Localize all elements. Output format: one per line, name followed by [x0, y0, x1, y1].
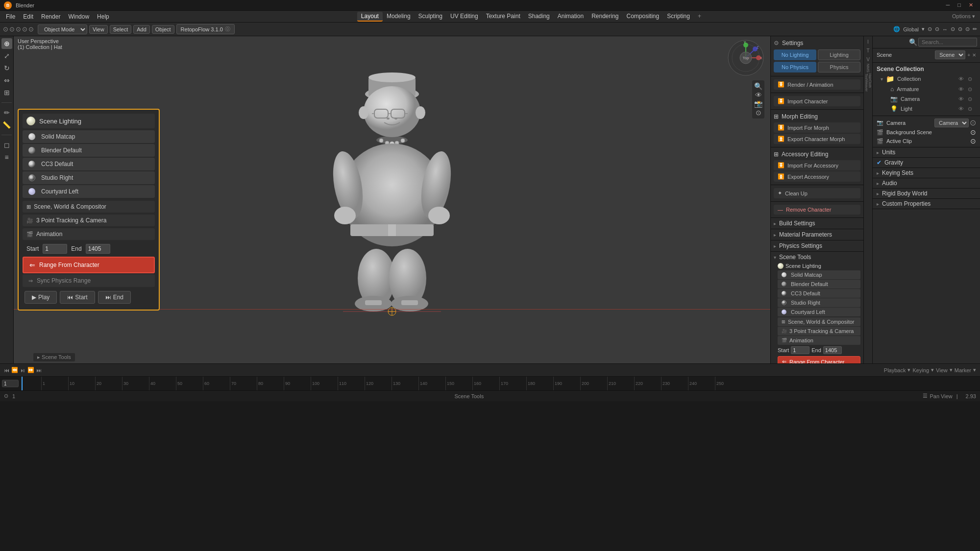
end-playback-btn[interactable]: ⏭ End — [98, 291, 131, 304]
cc3-default-btn[interactable]: CC3 Default — [23, 158, 155, 170]
blender-default-btn[interactable]: Blender Default — [23, 144, 155, 157]
import-character-btn[interactable]: ⏬ Import Character — [774, 96, 860, 106]
animation-header[interactable]: 🎬 Animation — [23, 228, 155, 240]
tab-add[interactable]: + — [694, 12, 705, 22]
camera-select[interactable]: Camera — [934, 119, 969, 127]
tab-scripting[interactable]: Scripting — [663, 12, 694, 22]
no-physics-btn[interactable]: No Physics — [774, 62, 816, 72]
menu-help[interactable]: Help — [93, 12, 113, 21]
lighting-btn[interactable]: Lighting — [818, 49, 860, 60]
annotate-tool[interactable]: ✏ — [1, 107, 12, 118]
extra-tool[interactable]: ≡ — [1, 152, 12, 163]
scene-lighting-header[interactable]: Scene Lighting — [23, 114, 155, 128]
tab-sculpting[interactable]: Sculpting — [415, 12, 446, 22]
cc3-default-small-btn[interactable]: CC3 Default — [778, 289, 860, 298]
tab-modeling[interactable]: Modeling — [383, 12, 415, 22]
minimize-btn[interactable]: ─ — [943, 2, 953, 8]
properties-search[interactable] — [918, 38, 977, 47]
collection-root[interactable]: ▾ 📁 Collection 👁 ⊙ — [881, 73, 976, 84]
play-btn[interactable]: ▶ Play — [24, 291, 57, 304]
blender-default-small-btn[interactable]: Blender Default — [778, 280, 860, 288]
start-playback-btn[interactable]: ⏮ Start — [60, 291, 95, 304]
menu-edit[interactable]: Edit — [19, 12, 37, 21]
import-for-accessory-btn[interactable]: ⏬ Import For Accessory — [774, 160, 860, 170]
three-point-header[interactable]: 🎥 3 Point Tracking & Camera — [23, 215, 155, 226]
object-menu[interactable]: Object — [152, 25, 174, 34]
animation-small-btn[interactable]: 🎬 Animation — [778, 336, 860, 345]
start-frame-input[interactable] — [43, 244, 67, 254]
measure-tool[interactable]: 📏 — [1, 120, 12, 130]
import-for-morph-btn[interactable]: ⏬ Import For Morph — [774, 122, 860, 133]
build-settings-expand[interactable]: ▸ Build Settings — [774, 220, 860, 227]
collection-camera[interactable]: 📷 Camera 👁 ⊙ — [881, 94, 976, 104]
close-btn[interactable]: ✕ — [966, 2, 976, 8]
tab-compositing[interactable]: Compositing — [623, 12, 663, 22]
add-cube-tool[interactable]: ◻ — [1, 140, 12, 150]
cloth-weaver-icon[interactable]: Cloth Weaver — [865, 82, 872, 89]
object-mode-select[interactable]: Object Mode — [38, 24, 87, 34]
solid-matcap-small-btn[interactable]: Solid Matcap — [778, 270, 860, 279]
scene-world-header[interactable]: ⊞ Scene, World & Compositor — [23, 201, 155, 213]
remove-character-btn[interactable]: — Remove Character — [774, 205, 860, 215]
view-icon[interactable]: V — [865, 56, 872, 63]
export-character-morph-btn[interactable]: ⏫ Export Character Morph — [774, 134, 860, 144]
item-icon[interactable]: I — [865, 38, 872, 45]
tab-uv-editing[interactable]: UV Editing — [446, 12, 482, 22]
nms-icon[interactable]: NMS — [865, 65, 872, 72]
move-tool[interactable]: ⤢ — [1, 50, 12, 61]
hair-tool-icon[interactable]: Hair Tool — [865, 73, 872, 80]
keying-sets-expand[interactable]: ▸ Keying Sets — [877, 169, 976, 176]
tab-texture-paint[interactable]: Texture Paint — [482, 12, 524, 22]
view-menu[interactable]: View — [89, 25, 108, 34]
custom-properties-expand[interactable]: ▸ Custom Properties — [877, 200, 976, 207]
rotate-tool[interactable]: ↻ — [1, 63, 12, 73]
start-frame-small[interactable] — [791, 346, 809, 354]
physics-btn[interactable]: Physics — [818, 62, 860, 72]
tick-1: 1 — [41, 377, 68, 390]
menu-render[interactable]: Render — [37, 12, 64, 21]
physics-settings-expand[interactable]: ▸ Physics Settings — [774, 242, 860, 249]
tool-icon-strip[interactable]: T — [865, 47, 872, 54]
menu-window[interactable]: Window — [64, 12, 93, 21]
select-menu[interactable]: Select — [110, 25, 132, 34]
clean-up-btn[interactable]: ✦ Clean Up — [774, 188, 860, 198]
collection-armature[interactable]: ⌂ Armature 👁 ⊙ — [881, 84, 976, 94]
scene-tools-expand[interactable]: ▾ Scene Tools — [774, 254, 860, 261]
collection-light[interactable]: 💡 Light 👁 ⊙ — [881, 104, 976, 114]
three-point-small-btn[interactable]: 🎥 3 Point Tracking & Camera — [778, 327, 860, 335]
studio-right-btn[interactable]: Studio Right — [23, 171, 155, 184]
range-from-char-small-btn[interactable]: ⇐ Range From Character — [778, 356, 860, 363]
maximize-btn[interactable]: □ — [955, 2, 964, 8]
end-frame-small[interactable] — [823, 346, 842, 354]
tab-layout[interactable]: Layout — [357, 12, 383, 22]
courtyard-left-small-btn[interactable]: Courtyard Left — [778, 308, 860, 316]
range-from-character-btn[interactable]: ⇐ Range From Character — [23, 257, 155, 273]
render-animation-btn[interactable]: ⏬ Render / Animation — [774, 79, 860, 90]
scene-select[interactable]: Scene — [935, 50, 965, 59]
retopo-badge[interactable]: RetopoFlow 3.1.0 ⓪ — [176, 24, 235, 34]
scene-world-small-btn[interactable]: ⊞ Scene, World & Compositor — [778, 317, 860, 326]
courtyard-left-btn[interactable]: Courtyard Left — [23, 185, 155, 198]
rigid-body-world-expand[interactable]: ▸ Rigid Body World — [877, 190, 976, 197]
material-params-expand[interactable]: ▸ Material Parameters — [774, 231, 860, 238]
gravity-expand[interactable]: ✔ Gravity — [877, 159, 976, 166]
tab-rendering[interactable]: Rendering — [588, 12, 622, 22]
studio-right-small-btn[interactable]: Studio Right — [778, 298, 860, 307]
end-frame-input[interactable] — [86, 244, 110, 254]
timeline-start-input[interactable] — [2, 380, 19, 387]
solid-matcap-btn[interactable]: Solid Matcap — [23, 130, 155, 143]
no-lighting-btn[interactable]: No Lighting — [774, 49, 816, 60]
nav-gizmo[interactable]: Y X Z Top — [727, 39, 764, 76]
units-expand[interactable]: ▸ Units — [877, 149, 976, 156]
zoom-controls[interactable]: 🔍 👁 📸 ⊙ — [752, 80, 764, 119]
audio-expand[interactable]: ▸ Audio — [877, 180, 976, 187]
export-accessory-btn[interactable]: ⏫ Export Accessory — [774, 171, 860, 182]
scale-tool[interactable]: ⇔ — [1, 75, 12, 86]
tab-shading[interactable]: Shading — [524, 12, 554, 22]
transform-tool[interactable]: ⊞ — [1, 87, 12, 98]
sync-physics-btn[interactable]: ⇒ Sync Physics Range — [23, 274, 155, 287]
add-menu[interactable]: Add — [133, 25, 150, 34]
menu-file[interactable]: File — [2, 12, 19, 21]
tab-animation[interactable]: Animation — [554, 12, 588, 22]
cursor-tool[interactable]: ⊕ — [1, 38, 12, 49]
